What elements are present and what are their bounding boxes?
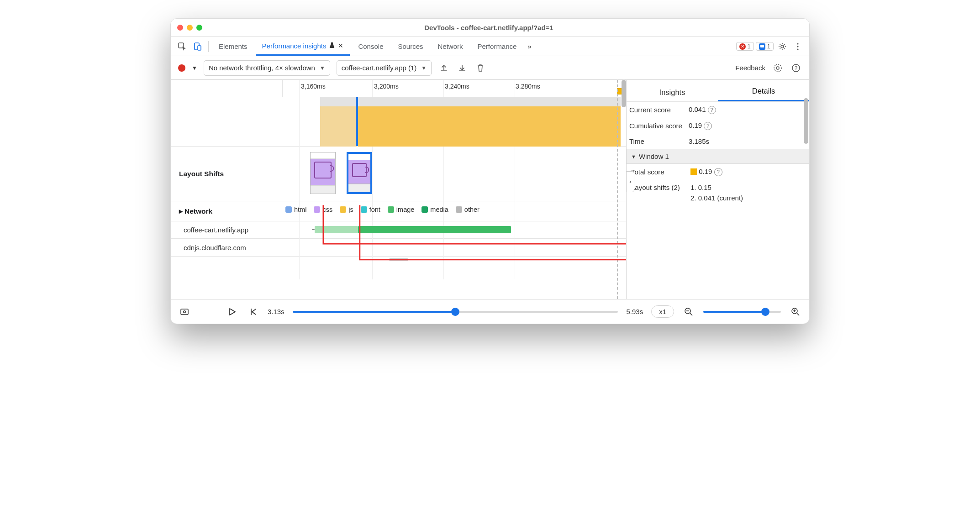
window-title: DevTools - coffee-cart.netlify.app/?ad=1 xyxy=(202,24,775,31)
legend-swatch-js xyxy=(340,206,346,213)
devtools-tab-strip: Elements Performance insights ✕ Console … xyxy=(171,37,809,56)
zoom-out-icon[interactable] xyxy=(682,305,695,318)
playhead[interactable] xyxy=(356,97,358,146)
recording-select[interactable]: coffee-cart.netlify.app (1) ▼ xyxy=(337,60,432,76)
tab-performance[interactable]: Performance xyxy=(471,37,523,56)
zoom-in-icon[interactable] xyxy=(789,305,802,318)
legend-label: css xyxy=(322,206,332,213)
device-toolbar-icon[interactable] xyxy=(191,40,205,53)
chevron-down-icon: ▼ xyxy=(320,65,325,71)
svg-text:?: ? xyxy=(795,65,797,71)
more-tabs-button[interactable]: » xyxy=(525,42,534,50)
timeline-panel: 3,160ms 3,200ms 3,240ms 3,280ms xyxy=(171,80,627,299)
insights-tab[interactable]: Insights xyxy=(627,88,718,101)
vertical-scrollbar[interactable] xyxy=(804,98,808,144)
detail-value: 0.041 xyxy=(689,105,706,113)
layout-shift-item[interactable]: 2. 0.041 (current) xyxy=(690,194,743,202)
network-track-header[interactable]: ▸ Network html css js font image media o… xyxy=(171,201,626,221)
time-ruler[interactable]: 3,160ms 3,200ms 3,240ms 3,280ms xyxy=(171,80,626,97)
details-tab[interactable]: Details xyxy=(718,87,809,101)
help-icon[interactable]: ? xyxy=(704,122,712,130)
panel-settings-icon[interactable] xyxy=(772,62,784,74)
settings-icon[interactable] xyxy=(775,40,789,53)
help-icon[interactable]: ? xyxy=(708,106,716,114)
svg-rect-12 xyxy=(181,309,188,315)
svg-rect-3 xyxy=(760,45,764,47)
section-header[interactable]: ▼ Window 1 xyxy=(627,149,809,164)
throttling-select[interactable]: No network throttling, 4× slowdown ▼ xyxy=(204,60,330,76)
detail-key: Time xyxy=(629,137,644,145)
svg-point-9 xyxy=(774,64,781,72)
tab-console[interactable]: Console xyxy=(352,37,390,56)
ruler-tick: 3,240ms xyxy=(445,83,469,90)
record-button[interactable] xyxy=(178,64,185,72)
minimize-window-button[interactable] xyxy=(187,25,193,31)
layout-shifts-track[interactable]: Layout Shifts xyxy=(171,147,626,201)
message-icon xyxy=(759,43,765,50)
expand-sidebar-button[interactable]: › xyxy=(626,171,634,192)
playback-speed[interactable]: x1 xyxy=(651,305,674,318)
chevron-down-icon: ▼ xyxy=(421,65,427,71)
layout-shift-thumbnail-selected[interactable] xyxy=(347,152,372,194)
close-tab-icon[interactable]: ✕ xyxy=(338,42,343,49)
tab-label: Network xyxy=(438,42,463,50)
legend-label: media xyxy=(430,206,448,213)
svg-point-7 xyxy=(797,48,798,50)
feedback-link[interactable]: Feedback xyxy=(735,64,765,72)
expand-icon[interactable]: ▸ xyxy=(179,207,183,215)
window-controls[interactable] xyxy=(177,25,202,31)
delete-icon[interactable] xyxy=(474,62,486,74)
svg-point-8 xyxy=(776,67,779,69)
tab-label: Details xyxy=(752,87,775,95)
layout-shift-thumbnail[interactable] xyxy=(310,152,336,194)
help-icon[interactable]: ? xyxy=(714,168,722,176)
svg-rect-2 xyxy=(198,46,201,50)
errors-badge[interactable]: ✕ 1 xyxy=(736,42,754,51)
tab-performance-insights[interactable]: Performance insights ✕ xyxy=(256,37,350,56)
frames-track[interactable] xyxy=(171,97,626,147)
help-icon[interactable]: ? xyxy=(790,62,802,74)
section-title: Window 1 xyxy=(639,152,669,160)
vertical-scrollbar[interactable] xyxy=(622,80,626,107)
tab-sources[interactable]: Sources xyxy=(391,37,429,56)
ruler-tick: 3,160ms xyxy=(301,83,326,90)
time-end-label: 5.93s xyxy=(626,308,643,315)
legend-swatch-media xyxy=(422,206,428,213)
errors-count: 1 xyxy=(748,43,751,50)
tab-network[interactable]: Network xyxy=(432,37,469,56)
detail-value: 3.185s xyxy=(689,137,709,145)
chevron-down-icon: ▼ xyxy=(631,154,636,159)
go-start-button[interactable] xyxy=(247,305,259,318)
svg-point-4 xyxy=(781,45,784,48)
record-menu-button[interactable]: ▼ xyxy=(192,65,197,71)
tab-label: Sources xyxy=(398,42,423,50)
export-icon[interactable] xyxy=(438,62,450,74)
tab-label: Performance xyxy=(478,42,517,50)
legend-label: js xyxy=(348,206,353,213)
messages-count: 1 xyxy=(767,43,770,50)
close-window-button[interactable] xyxy=(177,25,183,31)
legend-swatch-other xyxy=(456,206,462,213)
inspect-element-icon[interactable] xyxy=(175,40,189,53)
maximize-window-button[interactable] xyxy=(196,25,202,31)
import-icon[interactable] xyxy=(456,62,468,74)
horizontal-scroll-thumb[interactable] xyxy=(171,256,626,262)
zoom-slider[interactable] xyxy=(703,311,781,313)
toggle-visibility-icon[interactable] xyxy=(178,305,191,318)
tab-label: Console xyxy=(358,42,383,50)
network-row[interactable]: cdnjs.cloudflare.com xyxy=(171,239,626,256)
detail-key: Layout shifts (2) xyxy=(631,184,680,191)
kebab-menu-icon[interactable] xyxy=(791,40,805,53)
guide-line xyxy=(617,80,618,299)
messages-badge[interactable]: 1 xyxy=(756,42,774,51)
network-row[interactable]: coffee-cart.netlify.app xyxy=(171,221,626,239)
layout-shift-item[interactable]: 1. 0.15 xyxy=(690,184,743,191)
network-row-host: coffee-cart.netlify.app xyxy=(171,221,283,238)
time-slider[interactable] xyxy=(293,311,618,313)
titlebar: DevTools - coffee-cart.netlify.app/?ad=1 xyxy=(171,19,809,37)
network-row-host: cdnjs.cloudflare.com xyxy=(171,239,283,256)
play-button[interactable] xyxy=(226,305,238,318)
legend-label: image xyxy=(396,206,415,213)
tab-label: Performance insights xyxy=(262,42,327,50)
tab-elements[interactable]: Elements xyxy=(212,37,254,56)
